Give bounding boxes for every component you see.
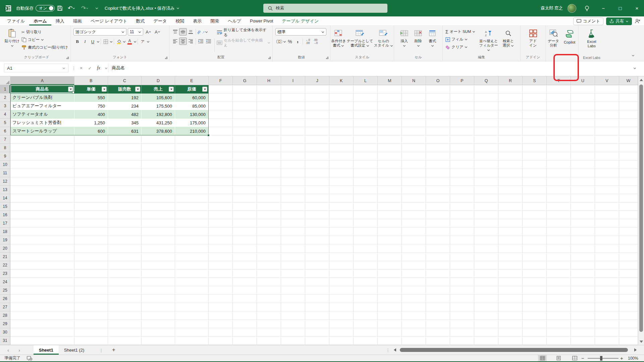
cell-F7[interactable] (209, 135, 233, 144)
undo-button[interactable]: ↶ (68, 0, 75, 16)
search-input[interactable]: 検索 (263, 4, 387, 13)
cell-V20[interactable] (595, 244, 619, 253)
minimize-button[interactable]: − (598, 0, 609, 16)
cell-J30[interactable] (305, 328, 329, 337)
cell-G21[interactable] (233, 253, 257, 261)
cell-H24[interactable] (257, 278, 281, 286)
copy-button[interactable]: コピー (21, 36, 68, 44)
cell-J10[interactable] (305, 161, 329, 169)
cell-Q15[interactable] (474, 202, 498, 211)
cell-S31[interactable] (523, 337, 547, 345)
cell-I22[interactable] (281, 261, 305, 269)
cell-U23[interactable] (571, 269, 595, 278)
filter-button[interactable] (68, 87, 73, 92)
cell-P16[interactable] (450, 211, 474, 219)
row-header-2[interactable]: 2 (0, 94, 10, 102)
cell-U27[interactable] (571, 303, 595, 311)
row-header-14[interactable]: 14 (0, 194, 10, 202)
cell-K8[interactable] (329, 144, 354, 152)
cell-P25[interactable] (450, 286, 474, 295)
cell-S14[interactable] (523, 194, 547, 202)
cell-S24[interactable] (523, 278, 547, 286)
cell-I8[interactable] (281, 144, 305, 152)
cell-U19[interactable] (571, 236, 595, 244)
cell-V10[interactable] (595, 161, 619, 169)
cell-Q8[interactable] (474, 144, 498, 152)
cell-P2[interactable] (450, 94, 474, 102)
cell-N18[interactable] (402, 228, 426, 236)
font-dialog-launcher-icon[interactable] (165, 57, 167, 59)
cell-L7[interactable] (354, 135, 378, 144)
cell-D12[interactable] (142, 177, 175, 186)
cell-L15[interactable] (354, 202, 378, 211)
cell-N23[interactable] (402, 269, 426, 278)
expand-formula-bar-chevron-icon[interactable] (631, 64, 639, 72)
cell-W15[interactable] (619, 202, 638, 211)
cell-C31[interactable] (108, 337, 142, 345)
cell-M1[interactable] (378, 85, 402, 94)
cell-A9[interactable] (10, 152, 74, 161)
cell-D13[interactable] (142, 186, 175, 194)
cell-E29[interactable] (175, 320, 209, 328)
cell-O2[interactable] (426, 94, 450, 102)
cell-A18[interactable] (10, 228, 74, 236)
cell-T19[interactable] (547, 236, 571, 244)
cell-R7[interactable] (498, 135, 523, 144)
cell-S26[interactable] (523, 295, 547, 303)
cell-H12[interactable] (257, 177, 281, 186)
increase-decimal-button[interactable]: ←0.00 (304, 38, 312, 45)
cell-R16[interactable] (498, 211, 523, 219)
scroll-right-icon[interactable] (634, 348, 637, 352)
cell-V1[interactable] (595, 85, 619, 94)
cell-W22[interactable] (619, 261, 638, 269)
lightbulb-icon[interactable] (584, 0, 590, 16)
cell-V2[interactable] (595, 94, 619, 102)
cell-Q30[interactable] (474, 328, 498, 337)
comment-button[interactable]: コメント (573, 17, 603, 25)
cell-A21[interactable] (10, 253, 74, 261)
decrease-indent-button[interactable] (197, 38, 205, 45)
cell-H8[interactable] (257, 144, 281, 152)
cell-S15[interactable] (523, 202, 547, 211)
cell-Q14[interactable] (474, 194, 498, 202)
cell-D24[interactable] (142, 278, 175, 286)
cell-A15[interactable] (10, 202, 74, 211)
column-header-E[interactable]: E (175, 76, 209, 85)
cell-F24[interactable] (209, 278, 233, 286)
row-header-17[interactable]: 17 (0, 219, 10, 228)
cell-I6[interactable] (281, 127, 305, 135)
accessibility-checker-icon[interactable] (27, 355, 32, 361)
cell-C16[interactable] (108, 211, 142, 219)
cell-S2[interactable] (523, 94, 547, 102)
cell-G31[interactable] (233, 337, 257, 345)
cell-V19[interactable] (595, 236, 619, 244)
add-sheet-button[interactable]: + (112, 345, 115, 355)
cell-Q24[interactable] (474, 278, 498, 286)
cell-J12[interactable] (305, 177, 329, 186)
cell-L3[interactable] (354, 102, 378, 110)
cell-W25[interactable] (619, 286, 638, 295)
cell-A16[interactable] (10, 211, 74, 219)
cell-C19[interactable] (108, 236, 142, 244)
cell-B17[interactable] (74, 219, 108, 228)
cell-C14[interactable] (108, 194, 142, 202)
cell-P28[interactable] (450, 311, 474, 320)
cell-R14[interactable] (498, 194, 523, 202)
cell-I27[interactable] (281, 303, 305, 311)
cell-S8[interactable] (523, 144, 547, 152)
cell-C27[interactable] (108, 303, 142, 311)
cell-K30[interactable] (329, 328, 354, 337)
cell-L31[interactable] (354, 337, 378, 345)
cell-S16[interactable] (523, 211, 547, 219)
decrease-decimal-button[interactable]: .00→0 (312, 38, 319, 45)
cell-N17[interactable] (402, 219, 426, 228)
cell-D22[interactable] (142, 261, 175, 269)
cell-P3[interactable] (450, 102, 474, 110)
cell-F28[interactable] (209, 311, 233, 320)
cell-E30[interactable] (175, 328, 209, 337)
row-header-31[interactable]: 31 (0, 337, 10, 345)
cell-R29[interactable] (498, 320, 523, 328)
column-header-A[interactable]: A (10, 76, 74, 85)
cell-R21[interactable] (498, 253, 523, 261)
cell-G4[interactable] (233, 110, 257, 119)
